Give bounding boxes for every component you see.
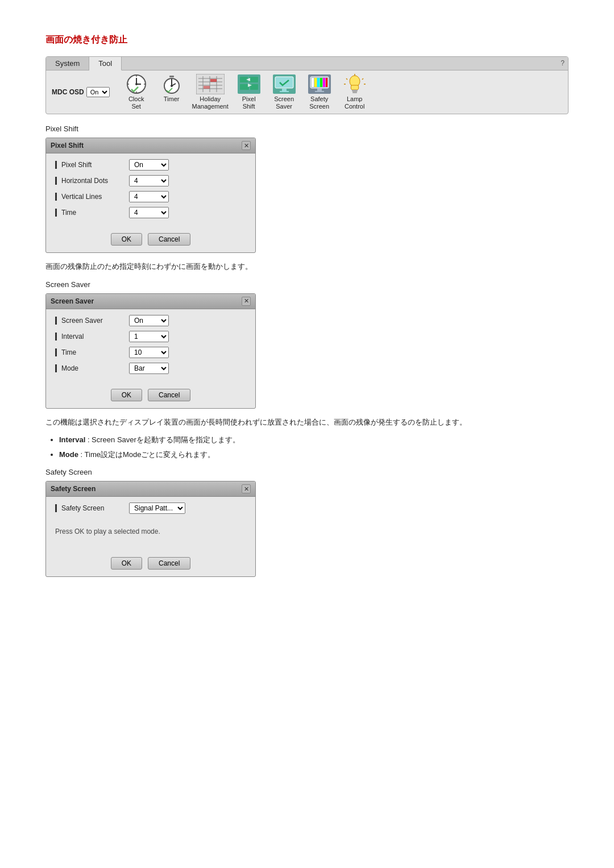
pixel-shift-cancel-button[interactable]: Cancel [148,233,190,246]
clock-set-label: ClockSet [128,95,144,110]
ss-row-bar-1 [55,333,57,340]
screen-saver-cancel-button[interactable]: Cancel [148,389,190,401]
safety-screen-label: SafetyScreen [309,95,329,110]
pixel-shift-value-2[interactable]: 4026 [129,191,169,202]
bullet-interval-strong: Interval [59,435,85,444]
safety-screen-cancel-button[interactable]: Cancel [148,557,190,570]
safety-screen-ok-button[interactable]: OK [111,557,142,570]
pixel-shift-dialog: Pixel Shift ✕ Pixel Shift OnOff Horizont… [45,138,256,253]
ss-row-bar-0 [55,317,57,325]
lamp-control-label: LampControl [345,95,364,110]
screen-saver-dialog: Screen Saver ✕ Screen Saver OnOff Interv… [45,293,256,409]
svg-rect-41 [326,78,327,87]
screen-saver-value-2[interactable]: 10520 [129,347,169,358]
safety-screen-body: Safety Screen Signal Patt...FillBar [46,497,255,524]
pixel-shift-row-0: Pixel Shift OnOff [55,159,246,171]
svg-rect-46 [352,92,357,93]
safety-screen-dialog-title: Safety Screen [51,485,96,493]
pixel-shift-value-0[interactable]: OnOff [129,159,169,171]
svg-rect-38 [317,78,320,87]
holiday-label: HolidayManagement [192,95,229,110]
question-icon[interactable]: ? [561,59,565,67]
bullet-mode: Mode : Time設定はModeごとに変えられます。 [59,449,569,460]
toolbar-item-screen-saver[interactable]: ScreenSaver [268,74,301,110]
pixel-shift-icon [238,74,260,94]
pixel-shift-row-1: Horizontal Dots 4026 [55,175,246,186]
toolbar-item-pixel-shift[interactable]: PixelShift [233,74,265,110]
screen-saver-close-button[interactable]: ✕ [242,297,251,306]
svg-line-48 [346,78,347,80]
pixel-shift-buttons: OK Cancel [46,233,255,246]
lamp-control-icon-box [342,74,367,94]
svg-rect-43 [315,91,324,92]
safety-screen-row-0: Safety Screen Signal Patt...FillBar [55,502,246,514]
row-bar-0 [55,161,57,169]
pixel-shift-body: Pixel Shift OnOff Horizontal Dots 4026 V… [46,153,255,229]
safety-row-bar-0 [55,504,57,512]
safety-screen-value-0[interactable]: Signal Patt...FillBar [129,502,185,514]
svg-rect-22 [204,86,210,89]
toolbar-item-timer[interactable]: Timer [155,74,188,110]
timer-icon-box [159,74,184,94]
lamp-control-icon [343,74,366,94]
toolbar-body: MDC OSD On Off [46,70,568,114]
holiday-icon [196,74,225,94]
pixel-shift-icon-box [237,74,262,94]
screen-saver-body: Screen Saver OnOff Interval 123 Time 105… [46,309,255,384]
pixel-shift-dialog-title: Pixel Shift [51,142,84,149]
pixel-shift-value-1[interactable]: 4026 [129,175,169,186]
svg-rect-31 [275,77,293,88]
toolbar: System Tool ? MDC OSD On Off [45,56,569,114]
svg-rect-27 [250,84,258,90]
row-bar-1 [55,177,57,185]
ss-row-bar-2 [55,348,57,356]
toolbar-item-holiday[interactable]: HolidayManagement [190,74,230,110]
timer-icon [161,73,182,95]
screen-saver-icon-box [272,74,297,94]
pixel-shift-row-2-label: Vertical Lines [55,193,129,201]
tab-tool[interactable]: Tool [89,57,122,70]
pixel-shift-close-button[interactable]: ✕ [242,141,251,150]
row-bar-3 [55,209,57,217]
pixel-shift-row-2: Vertical Lines 4026 [55,191,246,202]
svg-rect-33 [280,91,289,92]
mdc-osd-label: MDC OSD [52,88,84,96]
toolbar-item-safety-screen[interactable]: SafetyScreen [303,74,336,110]
screen-saver-ok-button[interactable]: OK [111,389,142,401]
bullet-mode-text: : Time設定はModeごとに変えられます。 [81,450,215,459]
svg-rect-37 [314,78,317,87]
screen-saver-value-1[interactable]: 123 [129,331,169,342]
safety-screen-buttons: OK Cancel [46,557,255,570]
screen-saver-row-0-label: Screen Saver [55,317,129,325]
ss-row-bar-3 [55,364,57,372]
screen-saver-value-3[interactable]: BarFadeScroll [129,363,169,374]
tab-system[interactable]: System [46,57,89,70]
pixel-shift-section-header: Pixel Shift [45,124,569,133]
safety-screen-icon-box [307,74,332,94]
svg-rect-40 [323,78,325,87]
svg-rect-36 [312,78,314,87]
bullet-interval: Interval : Screen Saverを起動する間隔を指定します。 [59,434,569,446]
svg-rect-13 [196,74,225,94]
svg-point-3 [135,83,138,85]
screen-saver-row-2: Time 10520 [55,347,246,358]
pixel-shift-ok-button[interactable]: OK [111,233,142,246]
screen-saver-row-1: Interval 123 [55,331,246,342]
screen-saver-row-3-label: Mode [55,364,129,372]
screen-saver-row-1-label: Interval [55,333,129,340]
pixel-shift-row-0-label: Pixel Shift [55,161,129,169]
svg-rect-45 [352,90,358,92]
svg-line-49 [362,78,363,80]
toolbar-item-clock-set[interactable]: ClockSet [120,74,153,110]
screen-saver-dialog-title: Screen Saver [51,297,94,305]
safety-screen-row-0-label: Safety Screen [55,504,129,512]
safety-screen-close-button[interactable]: ✕ [242,484,251,493]
svg-rect-9 [169,76,174,77]
screen-saver-value-0[interactable]: OnOff [129,315,169,326]
safety-screen-icon [308,74,331,94]
screen-saver-section-header: Screen Saver [45,280,569,289]
toolbar-item-lamp-control[interactable]: LampControl [338,74,371,110]
svg-rect-42 [317,89,322,91]
pixel-shift-value-3[interactable]: 4026 [129,207,169,218]
mdc-osd-select[interactable]: On Off [86,87,110,97]
